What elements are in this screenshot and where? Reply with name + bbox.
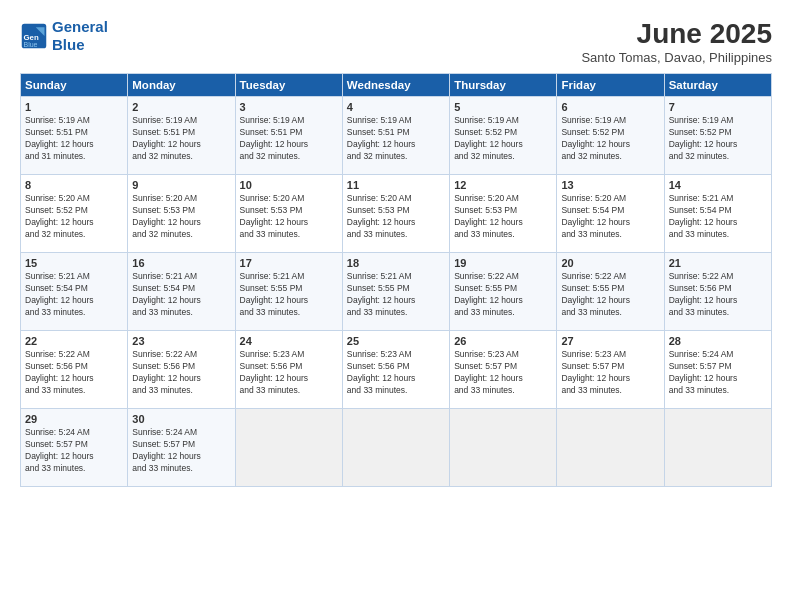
day-info-line: Sunset: 5:51 PM <box>240 127 338 139</box>
col-header-thursday: Thursday <box>450 74 557 97</box>
day-info-line: Daylight: 12 hours <box>25 217 123 229</box>
day-info-line: Sunset: 5:51 PM <box>132 127 230 139</box>
day-number: 15 <box>25 257 123 269</box>
day-info-line: Daylight: 12 hours <box>347 217 445 229</box>
day-number: 8 <box>25 179 123 191</box>
day-info-line: Sunrise: 5:19 AM <box>25 115 123 127</box>
day-info-line: Sunset: 5:55 PM <box>561 283 659 295</box>
day-info-line: and 33 minutes. <box>240 385 338 397</box>
day-cell: 8Sunrise: 5:20 AMSunset: 5:52 PMDaylight… <box>21 175 128 253</box>
day-info-line: Sunset: 5:53 PM <box>132 205 230 217</box>
day-info-line: Sunset: 5:57 PM <box>561 361 659 373</box>
day-info-line: Daylight: 12 hours <box>132 217 230 229</box>
day-info-line: Daylight: 12 hours <box>669 295 767 307</box>
header: Gen Blue General Blue June 2025 Santo To… <box>20 18 772 65</box>
day-number: 18 <box>347 257 445 269</box>
day-info-line: Daylight: 12 hours <box>669 139 767 151</box>
day-info-line: Sunrise: 5:19 AM <box>240 115 338 127</box>
day-info-line: Sunset: 5:57 PM <box>25 439 123 451</box>
day-info-line: and 33 minutes. <box>132 307 230 319</box>
day-cell: 19Sunrise: 5:22 AMSunset: 5:55 PMDayligh… <box>450 253 557 331</box>
day-info-line: Daylight: 12 hours <box>132 139 230 151</box>
day-number: 10 <box>240 179 338 191</box>
day-info-line: Sunrise: 5:22 AM <box>132 349 230 361</box>
day-number: 9 <box>132 179 230 191</box>
day-cell <box>235 409 342 487</box>
day-info-line: Sunset: 5:54 PM <box>561 205 659 217</box>
day-info-line: Sunrise: 5:20 AM <box>132 193 230 205</box>
day-info-line: Sunrise: 5:20 AM <box>25 193 123 205</box>
day-info-line: Sunset: 5:57 PM <box>669 361 767 373</box>
day-number: 25 <box>347 335 445 347</box>
day-info-line: Daylight: 12 hours <box>25 139 123 151</box>
col-header-wednesday: Wednesday <box>342 74 449 97</box>
day-cell: 6Sunrise: 5:19 AMSunset: 5:52 PMDaylight… <box>557 97 664 175</box>
col-header-tuesday: Tuesday <box>235 74 342 97</box>
day-info-line: Sunrise: 5:23 AM <box>347 349 445 361</box>
day-info-line: and 33 minutes. <box>669 229 767 241</box>
day-info-line: Daylight: 12 hours <box>561 139 659 151</box>
day-info-line: Sunset: 5:54 PM <box>669 205 767 217</box>
day-info-line: Sunset: 5:54 PM <box>132 283 230 295</box>
day-info-line: Sunrise: 5:20 AM <box>561 193 659 205</box>
day-info-line: and 33 minutes. <box>132 463 230 475</box>
day-cell: 5Sunrise: 5:19 AMSunset: 5:52 PMDaylight… <box>450 97 557 175</box>
day-info-line: and 33 minutes. <box>561 307 659 319</box>
day-cell: 24Sunrise: 5:23 AMSunset: 5:56 PMDayligh… <box>235 331 342 409</box>
day-cell: 26Sunrise: 5:23 AMSunset: 5:57 PMDayligh… <box>450 331 557 409</box>
day-info-line: Sunset: 5:56 PM <box>347 361 445 373</box>
day-number: 13 <box>561 179 659 191</box>
day-number: 27 <box>561 335 659 347</box>
day-info-line: and 32 minutes. <box>132 229 230 241</box>
day-info-line: Sunset: 5:57 PM <box>132 439 230 451</box>
day-cell <box>450 409 557 487</box>
day-cell <box>557 409 664 487</box>
logo: Gen Blue General Blue <box>20 18 108 54</box>
day-number: 16 <box>132 257 230 269</box>
month-title: June 2025 <box>581 18 772 50</box>
day-cell: 18Sunrise: 5:21 AMSunset: 5:55 PMDayligh… <box>342 253 449 331</box>
day-info-line: Sunrise: 5:20 AM <box>240 193 338 205</box>
day-info-line: Daylight: 12 hours <box>240 217 338 229</box>
day-info-line: and 33 minutes. <box>454 307 552 319</box>
day-info-line: Sunset: 5:52 PM <box>669 127 767 139</box>
day-number: 30 <box>132 413 230 425</box>
day-info-line: Daylight: 12 hours <box>347 295 445 307</box>
day-info-line: and 32 minutes. <box>669 151 767 163</box>
day-number: 28 <box>669 335 767 347</box>
day-info-line: Daylight: 12 hours <box>454 295 552 307</box>
day-info-line: Sunrise: 5:19 AM <box>669 115 767 127</box>
svg-text:Blue: Blue <box>24 41 38 48</box>
day-info-line: Daylight: 12 hours <box>132 451 230 463</box>
day-info-line: Sunset: 5:52 PM <box>25 205 123 217</box>
day-info-line: and 33 minutes. <box>25 307 123 319</box>
day-info-line: Daylight: 12 hours <box>240 373 338 385</box>
day-info-line: Daylight: 12 hours <box>561 373 659 385</box>
day-number: 5 <box>454 101 552 113</box>
day-cell: 4Sunrise: 5:19 AMSunset: 5:51 PMDaylight… <box>342 97 449 175</box>
day-info-line: Sunrise: 5:24 AM <box>132 427 230 439</box>
day-info-line: Sunrise: 5:21 AM <box>132 271 230 283</box>
day-info-line: Sunrise: 5:24 AM <box>25 427 123 439</box>
day-cell: 14Sunrise: 5:21 AMSunset: 5:54 PMDayligh… <box>664 175 771 253</box>
day-info-line: Sunrise: 5:19 AM <box>132 115 230 127</box>
day-info-line: and 33 minutes. <box>669 307 767 319</box>
logo-text-blue: Blue <box>52 36 108 54</box>
logo-text-general: General <box>52 18 108 36</box>
day-cell: 15Sunrise: 5:21 AMSunset: 5:54 PMDayligh… <box>21 253 128 331</box>
day-info-line: and 32 minutes. <box>132 151 230 163</box>
day-info-line: Sunset: 5:55 PM <box>240 283 338 295</box>
day-info-line: Sunset: 5:52 PM <box>561 127 659 139</box>
day-info-line: Sunrise: 5:19 AM <box>561 115 659 127</box>
day-number: 11 <box>347 179 445 191</box>
day-info-line: and 31 minutes. <box>25 151 123 163</box>
day-cell: 22Sunrise: 5:22 AMSunset: 5:56 PMDayligh… <box>21 331 128 409</box>
day-info-line: and 33 minutes. <box>454 385 552 397</box>
day-info-line: Sunrise: 5:19 AM <box>454 115 552 127</box>
day-info-line: Daylight: 12 hours <box>25 451 123 463</box>
week-row-5: 29Sunrise: 5:24 AMSunset: 5:57 PMDayligh… <box>21 409 772 487</box>
day-info-line: and 33 minutes. <box>669 385 767 397</box>
day-info-line: Daylight: 12 hours <box>132 373 230 385</box>
day-info-line: and 33 minutes. <box>347 307 445 319</box>
day-info-line: and 33 minutes. <box>132 385 230 397</box>
